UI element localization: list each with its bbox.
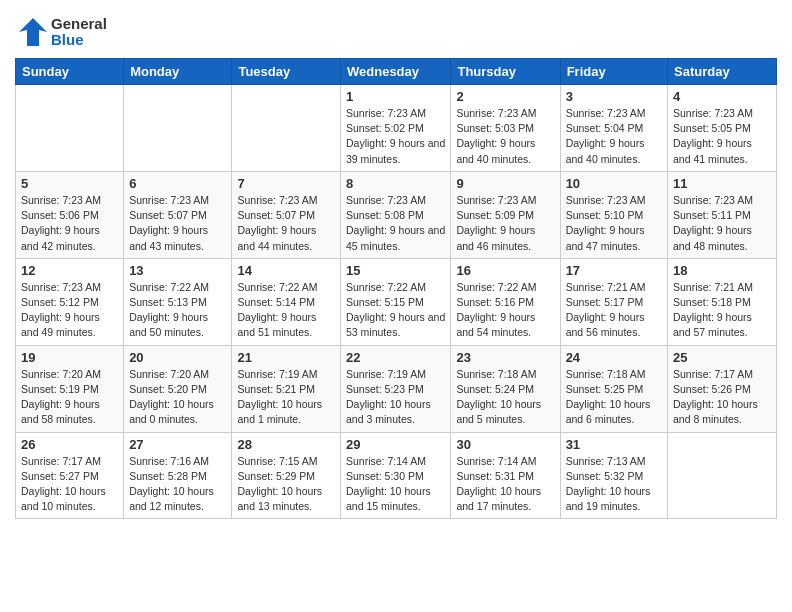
- day-content: Sunrise: 7:17 AMSunset: 5:27 PMDaylight:…: [21, 454, 118, 515]
- page-container: GeneralBlue SundayMondayTuesdayWednesday…: [0, 0, 792, 534]
- calendar-day-13: 13Sunrise: 7:22 AMSunset: 5:13 PMDayligh…: [124, 258, 232, 345]
- day-number: 2: [456, 89, 554, 104]
- day-content: Sunrise: 7:14 AMSunset: 5:30 PMDaylight:…: [346, 454, 445, 515]
- day-content: Sunrise: 7:16 AMSunset: 5:28 PMDaylight:…: [129, 454, 226, 515]
- header: GeneralBlue: [15, 10, 777, 50]
- calendar-day-1: 1Sunrise: 7:23 AMSunset: 5:02 PMDaylight…: [341, 85, 451, 172]
- day-content: Sunrise: 7:21 AMSunset: 5:17 PMDaylight:…: [566, 280, 662, 341]
- calendar-week-row: 19Sunrise: 7:20 AMSunset: 5:19 PMDayligh…: [16, 345, 777, 432]
- calendar-day-8: 8Sunrise: 7:23 AMSunset: 5:08 PMDaylight…: [341, 171, 451, 258]
- calendar-day-3: 3Sunrise: 7:23 AMSunset: 5:04 PMDaylight…: [560, 85, 667, 172]
- empty-cell: [124, 85, 232, 172]
- calendar-week-row: 26Sunrise: 7:17 AMSunset: 5:27 PMDayligh…: [16, 432, 777, 519]
- day-content: Sunrise: 7:23 AMSunset: 5:07 PMDaylight:…: [237, 193, 335, 254]
- day-number: 18: [673, 263, 771, 278]
- calendar-day-16: 16Sunrise: 7:22 AMSunset: 5:16 PMDayligh…: [451, 258, 560, 345]
- calendar-day-12: 12Sunrise: 7:23 AMSunset: 5:12 PMDayligh…: [16, 258, 124, 345]
- calendar-day-21: 21Sunrise: 7:19 AMSunset: 5:21 PMDayligh…: [232, 345, 341, 432]
- day-number: 21: [237, 350, 335, 365]
- calendar-day-28: 28Sunrise: 7:15 AMSunset: 5:29 PMDayligh…: [232, 432, 341, 519]
- day-content: Sunrise: 7:23 AMSunset: 5:08 PMDaylight:…: [346, 193, 445, 254]
- day-content: Sunrise: 7:23 AMSunset: 5:11 PMDaylight:…: [673, 193, 771, 254]
- calendar-week-row: 1Sunrise: 7:23 AMSunset: 5:02 PMDaylight…: [16, 85, 777, 172]
- day-number: 24: [566, 350, 662, 365]
- day-content: Sunrise: 7:22 AMSunset: 5:16 PMDaylight:…: [456, 280, 554, 341]
- calendar-week-row: 12Sunrise: 7:23 AMSunset: 5:12 PMDayligh…: [16, 258, 777, 345]
- weekday-header-saturday: Saturday: [668, 59, 777, 85]
- day-number: 7: [237, 176, 335, 191]
- day-number: 30: [456, 437, 554, 452]
- svg-marker-0: [19, 18, 47, 46]
- day-number: 15: [346, 263, 445, 278]
- day-number: 6: [129, 176, 226, 191]
- day-number: 10: [566, 176, 662, 191]
- calendar-day-29: 29Sunrise: 7:14 AMSunset: 5:30 PMDayligh…: [341, 432, 451, 519]
- day-number: 23: [456, 350, 554, 365]
- calendar-day-31: 31Sunrise: 7:13 AMSunset: 5:32 PMDayligh…: [560, 432, 667, 519]
- logo-general-text: General: [51, 16, 107, 33]
- day-content: Sunrise: 7:14 AMSunset: 5:31 PMDaylight:…: [456, 454, 554, 515]
- logo-blue-text: Blue: [51, 32, 107, 49]
- day-number: 12: [21, 263, 118, 278]
- day-content: Sunrise: 7:19 AMSunset: 5:21 PMDaylight:…: [237, 367, 335, 428]
- calendar-day-5: 5Sunrise: 7:23 AMSunset: 5:06 PMDaylight…: [16, 171, 124, 258]
- calendar-day-4: 4Sunrise: 7:23 AMSunset: 5:05 PMDaylight…: [668, 85, 777, 172]
- day-content: Sunrise: 7:22 AMSunset: 5:15 PMDaylight:…: [346, 280, 445, 341]
- weekday-header-monday: Monday: [124, 59, 232, 85]
- day-content: Sunrise: 7:22 AMSunset: 5:14 PMDaylight:…: [237, 280, 335, 341]
- day-number: 13: [129, 263, 226, 278]
- day-number: 19: [21, 350, 118, 365]
- calendar-week-row: 5Sunrise: 7:23 AMSunset: 5:06 PMDaylight…: [16, 171, 777, 258]
- empty-cell: [232, 85, 341, 172]
- day-number: 11: [673, 176, 771, 191]
- day-content: Sunrise: 7:23 AMSunset: 5:02 PMDaylight:…: [346, 106, 445, 167]
- day-number: 1: [346, 89, 445, 104]
- calendar-day-30: 30Sunrise: 7:14 AMSunset: 5:31 PMDayligh…: [451, 432, 560, 519]
- day-content: Sunrise: 7:23 AMSunset: 5:12 PMDaylight:…: [21, 280, 118, 341]
- day-number: 14: [237, 263, 335, 278]
- day-content: Sunrise: 7:17 AMSunset: 5:26 PMDaylight:…: [673, 367, 771, 428]
- calendar-day-11: 11Sunrise: 7:23 AMSunset: 5:11 PMDayligh…: [668, 171, 777, 258]
- weekday-header-sunday: Sunday: [16, 59, 124, 85]
- day-content: Sunrise: 7:23 AMSunset: 5:04 PMDaylight:…: [566, 106, 662, 167]
- day-number: 8: [346, 176, 445, 191]
- calendar-table: SundayMondayTuesdayWednesdayThursdayFrid…: [15, 58, 777, 519]
- day-number: 27: [129, 437, 226, 452]
- day-content: Sunrise: 7:18 AMSunset: 5:25 PMDaylight:…: [566, 367, 662, 428]
- day-number: 22: [346, 350, 445, 365]
- day-number: 29: [346, 437, 445, 452]
- day-number: 17: [566, 263, 662, 278]
- day-number: 31: [566, 437, 662, 452]
- day-number: 3: [566, 89, 662, 104]
- empty-cell: [668, 432, 777, 519]
- calendar-day-18: 18Sunrise: 7:21 AMSunset: 5:18 PMDayligh…: [668, 258, 777, 345]
- calendar-day-26: 26Sunrise: 7:17 AMSunset: 5:27 PMDayligh…: [16, 432, 124, 519]
- calendar-day-6: 6Sunrise: 7:23 AMSunset: 5:07 PMDaylight…: [124, 171, 232, 258]
- calendar-day-23: 23Sunrise: 7:18 AMSunset: 5:24 PMDayligh…: [451, 345, 560, 432]
- calendar-day-15: 15Sunrise: 7:22 AMSunset: 5:15 PMDayligh…: [341, 258, 451, 345]
- calendar-day-17: 17Sunrise: 7:21 AMSunset: 5:17 PMDayligh…: [560, 258, 667, 345]
- day-number: 9: [456, 176, 554, 191]
- day-number: 25: [673, 350, 771, 365]
- day-content: Sunrise: 7:21 AMSunset: 5:18 PMDaylight:…: [673, 280, 771, 341]
- day-number: 4: [673, 89, 771, 104]
- weekday-header-tuesday: Tuesday: [232, 59, 341, 85]
- day-content: Sunrise: 7:23 AMSunset: 5:07 PMDaylight:…: [129, 193, 226, 254]
- day-number: 26: [21, 437, 118, 452]
- day-content: Sunrise: 7:23 AMSunset: 5:09 PMDaylight:…: [456, 193, 554, 254]
- day-content: Sunrise: 7:23 AMSunset: 5:06 PMDaylight:…: [21, 193, 118, 254]
- weekday-header-wednesday: Wednesday: [341, 59, 451, 85]
- calendar-day-9: 9Sunrise: 7:23 AMSunset: 5:09 PMDaylight…: [451, 171, 560, 258]
- calendar-day-24: 24Sunrise: 7:18 AMSunset: 5:25 PMDayligh…: [560, 345, 667, 432]
- day-content: Sunrise: 7:15 AMSunset: 5:29 PMDaylight:…: [237, 454, 335, 515]
- logo: GeneralBlue: [15, 14, 107, 50]
- day-content: Sunrise: 7:20 AMSunset: 5:20 PMDaylight:…: [129, 367, 226, 428]
- weekday-header-thursday: Thursday: [451, 59, 560, 85]
- calendar-day-14: 14Sunrise: 7:22 AMSunset: 5:14 PMDayligh…: [232, 258, 341, 345]
- calendar-day-20: 20Sunrise: 7:20 AMSunset: 5:20 PMDayligh…: [124, 345, 232, 432]
- weekday-header-friday: Friday: [560, 59, 667, 85]
- day-number: 20: [129, 350, 226, 365]
- calendar-day-22: 22Sunrise: 7:19 AMSunset: 5:23 PMDayligh…: [341, 345, 451, 432]
- calendar-day-27: 27Sunrise: 7:16 AMSunset: 5:28 PMDayligh…: [124, 432, 232, 519]
- day-number: 28: [237, 437, 335, 452]
